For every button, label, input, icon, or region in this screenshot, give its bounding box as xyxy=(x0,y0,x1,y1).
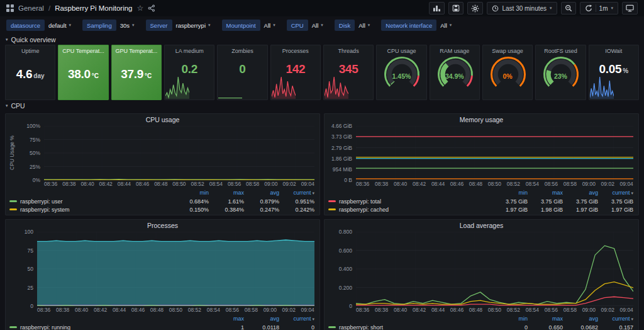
legend-col-current[interactable]: current ▾ xyxy=(279,316,314,322)
legend-header: maxavgcurrent ▾ xyxy=(9,314,314,323)
legend-series-toggle[interactable]: raspberrypi: short xyxy=(328,324,492,330)
legend-series-toggle[interactable]: raspberrypi: user xyxy=(9,198,174,205)
variable-value-cpu[interactable]: All▾ xyxy=(308,20,327,31)
variable-value-network-interface[interactable]: All▾ xyxy=(436,20,455,31)
plot-column: 08:3608:3808:4008:4208:4408:4608:4808:50… xyxy=(356,232,633,314)
x-tick-label: 08:42 xyxy=(413,306,426,314)
legend-value: 1.97 GiB xyxy=(598,207,633,213)
y-tick-label: 954 MiB xyxy=(333,166,352,173)
x-tick-label: 08:46 xyxy=(450,306,464,314)
monitor-icon xyxy=(626,4,634,12)
legend-col-max[interactable]: max xyxy=(209,316,244,322)
panel-title[interactable]: Zombies xyxy=(218,45,267,54)
legend: minmaxavgcurrent ▾raspberrypi: total3.75… xyxy=(325,188,638,213)
stat-value: 142 xyxy=(271,62,320,76)
panel-title[interactable]: Threads xyxy=(324,45,373,54)
panel-title[interactable]: RAM usage xyxy=(430,45,479,54)
panel-title[interactable]: CPU Temperat... xyxy=(58,45,108,54)
variable-mountpoint: MountpointAll▾ xyxy=(222,20,279,31)
legend-col-current[interactable]: current ▾ xyxy=(279,190,314,196)
time-range-label: Last 30 minutes xyxy=(502,5,547,12)
panel-title[interactable]: Load averages xyxy=(325,220,638,230)
x-tick-label: 08:56 xyxy=(545,306,558,314)
legend-col-avg[interactable]: avg xyxy=(244,190,279,196)
legend-value: 0 xyxy=(492,324,528,330)
stat-number: 345 xyxy=(339,62,358,76)
zoom-out-button[interactable] xyxy=(561,2,576,14)
legend-col-min[interactable]: min xyxy=(492,316,528,322)
x-tick-label: 08:54 xyxy=(526,180,539,188)
row-toggle-quick-overview[interactable]: ▾ Quick overview xyxy=(0,34,644,45)
x-tick-label: 08:48 xyxy=(154,180,167,188)
panel-title[interactable]: RootFS used xyxy=(536,45,585,54)
legend-col-avg[interactable]: avg xyxy=(563,316,598,322)
variable-value-datasource[interactable]: default▾ xyxy=(45,20,75,31)
legend-col-max[interactable]: max xyxy=(528,316,563,322)
legend-col-avg[interactable]: avg xyxy=(563,190,598,196)
panel-title[interactable]: IOWait xyxy=(589,45,638,54)
variable-value-server[interactable]: raspberrypi▾ xyxy=(172,20,214,31)
save-dashboard-button[interactable] xyxy=(448,2,464,14)
legend-col-max[interactable]: max xyxy=(528,190,563,196)
dashboards-grid-icon[interactable] xyxy=(6,4,14,12)
sort-caret-icon: ▾ xyxy=(311,317,314,321)
panel-title[interactable]: Uptime xyxy=(6,45,55,54)
legend-value: 1.61% xyxy=(209,198,244,205)
x-tick-label: 08:50 xyxy=(488,306,501,314)
stat-panel-processes: Processes142 xyxy=(270,45,321,100)
variable-sampling: Sampling30s▾ xyxy=(82,20,138,31)
row-title-quick-overview: Quick overview xyxy=(11,36,56,43)
panel-title[interactable]: Processes xyxy=(271,45,320,54)
time-range-picker[interactable]: Last 30 minutes ▾ xyxy=(487,2,557,14)
variable-label: Server xyxy=(146,20,172,31)
legend-col-current[interactable]: current ▾ xyxy=(598,190,633,196)
x-tick-label: 08:38 xyxy=(375,306,388,314)
dashboard-settings-button[interactable] xyxy=(467,2,483,14)
legend-series-toggle[interactable]: raspberrypi: cached xyxy=(328,207,492,213)
legend-series-toggle[interactable]: raspberrypi: running xyxy=(9,324,209,330)
panel-load-averages: Load averages00.2000.4000.6000.80008:360… xyxy=(324,219,639,330)
plot-column: 08:3608:3808:4008:4208:4408:4608:4808:50… xyxy=(44,126,314,188)
add-panel-button[interactable] xyxy=(429,2,445,14)
stat-value: 23% xyxy=(536,72,585,80)
legend-row: raspberrypi: running10.01180 xyxy=(9,323,314,330)
legend-series-toggle[interactable]: raspberrypi: system xyxy=(9,207,174,213)
panel-title[interactable]: LA medium xyxy=(165,45,214,54)
x-tick-label: 08:42 xyxy=(413,180,426,188)
kiosk-mode-button[interactable] xyxy=(622,2,638,14)
panel-title[interactable]: CPU usage xyxy=(377,45,426,54)
refresh-button[interactable]: 1m ▾ xyxy=(580,2,618,14)
x-tick-label: 08:48 xyxy=(469,306,482,314)
sort-caret-icon: ▾ xyxy=(630,317,633,321)
stat-panel-la-medium: LA medium0.2 xyxy=(164,45,214,100)
variable-value-sampling[interactable]: 30s▾ xyxy=(116,20,138,31)
panel-title[interactable]: Memory usage xyxy=(325,114,638,125)
legend-col-avg[interactable]: avg xyxy=(244,316,279,322)
legend-col-min[interactable]: min xyxy=(174,190,209,196)
x-tick-label: 09:00 xyxy=(264,306,277,314)
legend-series-toggle[interactable]: raspberrypi: total xyxy=(328,198,492,205)
legend-col-max[interactable]: max xyxy=(209,190,244,196)
variable-value-disk[interactable]: All▾ xyxy=(355,20,374,31)
x-axis: 08:3608:3808:4008:4208:4408:4608:4808:50… xyxy=(356,180,633,188)
legend-col-min[interactable]: min xyxy=(492,190,528,196)
panel-title[interactable]: GPU Temperat... xyxy=(112,45,161,54)
panel-title[interactable]: Processes xyxy=(6,220,319,230)
x-tick-label: 08:38 xyxy=(375,180,388,188)
x-tick-label: 08:42 xyxy=(99,180,113,188)
variable-label: Mountpoint xyxy=(222,20,260,31)
row-toggle-cpu[interactable]: ▾ CPU xyxy=(0,100,644,111)
stat-unit: % xyxy=(623,67,628,74)
legend-col-current[interactable]: current ▾ xyxy=(598,316,633,322)
share-icon[interactable] xyxy=(148,4,155,12)
panel-title[interactable]: Swap usage xyxy=(483,45,532,54)
legend-value: 3.75 GiB xyxy=(598,198,633,205)
variable-value-mountpoint[interactable]: All▾ xyxy=(260,20,279,31)
y-tick-label: 75 xyxy=(28,248,33,254)
panel-title[interactable]: CPU usage xyxy=(6,114,319,125)
breadcrumb-separator: / xyxy=(48,4,50,12)
breadcrumb-folder[interactable]: General xyxy=(18,4,44,12)
chevron-down-icon: ▾ xyxy=(368,23,370,28)
y-tick-label: 0.600 xyxy=(339,248,352,254)
star-icon[interactable]: ☆ xyxy=(136,4,143,12)
